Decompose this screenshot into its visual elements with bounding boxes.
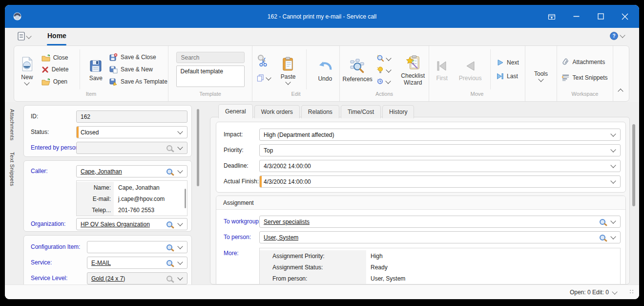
folder-close-icon bbox=[42, 54, 50, 62]
caller-details-scrollbar[interactable] bbox=[185, 189, 186, 208]
template-list-item[interactable]: Default template bbox=[181, 68, 223, 75]
dock-icon bbox=[548, 13, 556, 21]
magnifier-icon[interactable] bbox=[600, 235, 605, 240]
new-button[interactable]: New bbox=[16, 55, 38, 85]
organization-value-link[interactable]: HP OV Sales Organization bbox=[81, 221, 150, 228]
chevron-down-icon[interactable] bbox=[177, 259, 183, 264]
to-person-value-link[interactable]: User, System bbox=[264, 234, 298, 241]
next-icon bbox=[497, 59, 504, 66]
references-button[interactable]: References bbox=[342, 57, 373, 83]
chevron-down-icon[interactable] bbox=[610, 178, 616, 183]
magnifier-icon[interactable] bbox=[600, 219, 605, 225]
delete-button[interactable]: Delete bbox=[42, 66, 74, 73]
copy-button[interactable] bbox=[256, 74, 270, 82]
text-snippets-button[interactable]: Text Snippets bbox=[562, 74, 607, 81]
chevron-down-icon[interactable] bbox=[610, 162, 616, 168]
chevron-down-icon[interactable] bbox=[177, 220, 183, 226]
template-list[interactable]: Default template bbox=[176, 66, 245, 87]
to-workgroup-value-link[interactable]: Server specialists bbox=[264, 219, 310, 225]
service-level-field[interactable]: Gold (24 x 7) bbox=[87, 272, 187, 284]
magnifier-icon[interactable] bbox=[166, 244, 172, 250]
tab-home[interactable]: Home bbox=[47, 32, 66, 40]
template-search-input[interactable] bbox=[180, 54, 258, 62]
action-timer-button[interactable] bbox=[376, 78, 395, 85]
chevron-down-icon[interactable] bbox=[612, 289, 617, 294]
caller-value-link[interactable]: Cape, Jonathan bbox=[81, 168, 122, 175]
group-label-edit: Edit bbox=[252, 91, 339, 101]
action-find-button[interactable] bbox=[376, 54, 395, 62]
required-accent-bar bbox=[260, 176, 262, 187]
chevron-down-icon[interactable] bbox=[177, 144, 183, 150]
chevron-down-icon[interactable] bbox=[177, 129, 183, 134]
move-next-button[interactable]: Next bbox=[497, 59, 523, 66]
status-field[interactable]: Closed bbox=[76, 126, 187, 138]
paste-button[interactable]: Paste bbox=[276, 55, 301, 84]
paste-label: Paste bbox=[281, 73, 296, 80]
save-and-close-button[interactable]: Save & Close bbox=[109, 53, 166, 61]
template-search-box[interactable] bbox=[176, 52, 245, 63]
save-button[interactable]: Save bbox=[86, 58, 106, 82]
move-previous-button[interactable]: Previous bbox=[456, 58, 484, 82]
chevron-down-icon[interactable] bbox=[610, 131, 616, 136]
collapse-ribbon-button chevron-up-icon[interactable] bbox=[618, 88, 623, 94]
group-label-item: Item bbox=[14, 91, 168, 101]
right-panel-scrollbar[interactable] bbox=[632, 124, 635, 206]
tools-button[interactable]: Tools bbox=[534, 58, 548, 81]
undo-button[interactable]: Undo bbox=[312, 57, 337, 82]
close-button[interactable] bbox=[613, 5, 637, 28]
move-last-button[interactable]: Last bbox=[497, 73, 523, 80]
to-person-field[interactable]: User, System bbox=[259, 231, 621, 243]
chevron-down-icon[interactable] bbox=[610, 234, 616, 239]
group-label-workspace: Workspace bbox=[557, 91, 613, 101]
deadline-field[interactable]: 4/3/2002 14:00:00 bbox=[259, 160, 621, 172]
help-button[interactable]: ? bbox=[610, 32, 624, 40]
actual-finish-field[interactable]: 4/3/2002 14:00:00 bbox=[259, 175, 621, 188]
magnifier-icon[interactable] bbox=[166, 169, 172, 175]
chevron-down-icon[interactable] bbox=[610, 218, 616, 223]
service-level-label: Service Level: bbox=[31, 275, 67, 282]
tab-relations[interactable]: Relations bbox=[301, 105, 339, 118]
assignment-card: Assignment To workgroup: Server speciali… bbox=[216, 196, 626, 284]
dock-window-button[interactable] bbox=[540, 5, 564, 28]
service-label: Service: bbox=[31, 259, 52, 266]
attachments-button[interactable]: Attachments bbox=[562, 58, 607, 66]
left-panel-scrollbar[interactable] bbox=[197, 109, 199, 186]
to-workgroup-field[interactable]: Server specialists bbox=[259, 216, 621, 228]
caller-field[interactable]: Cape, Jonathan bbox=[76, 165, 187, 177]
chevron-down-icon bbox=[386, 67, 392, 72]
tab-work-orders[interactable]: Work orders bbox=[254, 105, 300, 118]
minimize-button[interactable] bbox=[564, 5, 588, 28]
open-button[interactable]: Open bbox=[42, 78, 74, 86]
resize-grip[interactable] bbox=[630, 290, 636, 296]
chevron-down-icon[interactable] bbox=[177, 275, 183, 280]
save-as-template-button[interactable]: Save As Template bbox=[109, 78, 166, 86]
action-hint-button[interactable] bbox=[376, 66, 395, 74]
checklist-wizard-button[interactable]: Checklist Wizard bbox=[399, 53, 427, 86]
impact-field[interactable]: High (Department affected) bbox=[259, 129, 621, 141]
side-tab-text-snippets[interactable]: Text Snippets bbox=[9, 152, 15, 186]
move-first-button[interactable]: First bbox=[431, 58, 453, 82]
close-item-button[interactable]: Close bbox=[42, 54, 74, 62]
tab-time-cost[interactable]: Time/Cost bbox=[341, 105, 381, 118]
caller-details-box: Name: Cape, Jonathan E-mail: j.cape@hpov… bbox=[76, 180, 187, 216]
entered-by-field[interactable] bbox=[76, 142, 187, 154]
chevron-down-icon[interactable] bbox=[177, 168, 183, 173]
application-menu-button[interactable] bbox=[17, 31, 31, 41]
configuration-item-field[interactable] bbox=[87, 241, 187, 253]
magnifier-icon[interactable] bbox=[166, 260, 172, 266]
from-person-value: User, System bbox=[366, 275, 405, 282]
chevron-down-icon[interactable] bbox=[177, 243, 183, 249]
tab-general[interactable]: General bbox=[218, 104, 253, 118]
magnifier-icon[interactable] bbox=[166, 221, 172, 227]
tab-history[interactable]: History bbox=[382, 105, 414, 118]
service-field[interactable]: E-MAIL bbox=[87, 257, 187, 269]
chevron-down-icon[interactable] bbox=[610, 147, 616, 152]
identification-card: ID: 162 Status: Closed Entered by person… bbox=[23, 105, 192, 157]
organization-field[interactable]: HP OV Sales Organization bbox=[76, 218, 187, 230]
save-and-new-button[interactable]: Save & New bbox=[109, 66, 166, 73]
maximize-button[interactable] bbox=[588, 5, 613, 28]
service-value-link[interactable]: E-MAIL bbox=[91, 260, 111, 266]
side-tab-attachments[interactable]: Attachments bbox=[9, 109, 15, 140]
priority-field[interactable]: Top bbox=[259, 144, 621, 156]
magnifier-icon[interactable] bbox=[166, 145, 172, 151]
